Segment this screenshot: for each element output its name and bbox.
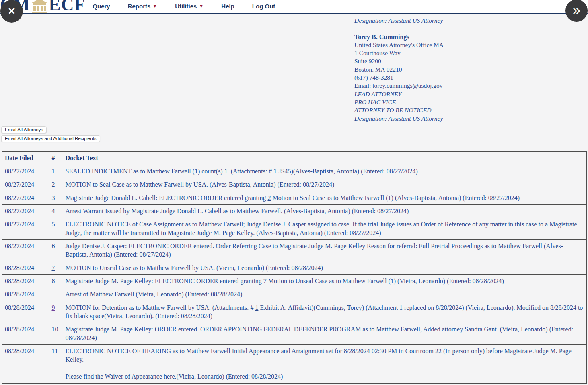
- attorney-line: (617) 748-3281: [354, 74, 444, 82]
- docket-row: 08/27/20241SEALED INDICTMENT as to Matth…: [2, 165, 586, 178]
- docket-text-link[interactable]: 2: [268, 194, 271, 201]
- doc-number-cell: 7: [49, 261, 63, 275]
- menu-item-label: Help: [221, 3, 234, 10]
- menu-item-log-out[interactable]: Log Out: [252, 3, 275, 10]
- attorney-line: Email: torey.cummings@usdoj.gov: [354, 82, 444, 90]
- column-header-date-filed: Date Filed: [2, 151, 49, 165]
- date-filed-cell: 08/27/2024: [2, 165, 49, 178]
- attorney-line: Suite 9200: [354, 57, 444, 65]
- close-overlay-button[interactable]: ✕: [0, 0, 23, 23]
- docket-text-cell: ELECTRONIC NOTICE OF HEARING as to Matth…: [63, 345, 586, 384]
- docket-text-link[interactable]: 1: [273, 168, 277, 175]
- doc-number-cell: 9: [49, 301, 63, 323]
- doc-number-cell: 1: [49, 165, 63, 178]
- email-all-attorneys-button[interactable]: Email All Attorneys: [1, 126, 47, 133]
- attorney-line: LEAD ATTORNEY: [354, 90, 444, 98]
- docket-row: 08/28/202411ELECTRONIC NOTICE OF HEARING…: [2, 345, 586, 384]
- dropdown-caret-icon: ▼: [199, 4, 204, 8]
- docket-text-cell: Judge Denise J. Casper: ELECTRONIC ORDER…: [63, 240, 586, 261]
- docket-row: 08/28/2024Arrest of Matthew Farwell (Vie…: [2, 288, 586, 301]
- doc-number-link[interactable]: 7: [52, 264, 55, 271]
- menu-item-label: Utilities: [175, 3, 197, 10]
- date-filed-cell: 08/27/2024: [2, 178, 49, 191]
- doc-number-cell: 10: [49, 323, 63, 345]
- docket-row: 08/28/202410Magistrate Judge M. Page Kel…: [2, 323, 586, 345]
- column-header-docket-text: Docket Text: [63, 151, 586, 165]
- docket-text-cell: MOTION to Unseal Case as to Matthew Farw…: [63, 261, 586, 275]
- docket-text-cell: Arrest of Matthew Farwell (Vieira, Leona…: [63, 288, 586, 301]
- doc-number-cell: 5: [49, 218, 63, 240]
- menu-item-utilities[interactable]: Utilities▼: [175, 3, 204, 10]
- menu-item-help[interactable]: Help: [221, 3, 234, 10]
- docket-text-link[interactable]: here: [164, 373, 175, 380]
- email-all-additional-recipients-button[interactable]: Email All Attorneys and Additional Recip…: [1, 135, 100, 142]
- docket-text-cell: SEALED INDICTMENT as to Matthew Farwell …: [63, 165, 586, 178]
- docket-text-cell: Arrest Warrant Issued by Magistrate Judg…: [63, 205, 586, 218]
- attorney-spacer: [354, 25, 444, 33]
- docket-text-cell: Magistrate Judge M. Page Kelley: ORDER e…: [63, 323, 586, 345]
- attorney-line: ATTORNEY TO BE NOTICED: [354, 106, 444, 114]
- courthouse-icon: [31, 0, 48, 14]
- doc-number-link[interactable]: 2: [52, 181, 55, 188]
- docket-text-cell: ELECTRONIC NOTICE of Case Assignment as …: [63, 218, 586, 240]
- doc-number-cell: 11: [49, 345, 63, 384]
- date-filed-cell: 08/28/2024: [2, 261, 49, 275]
- attorney-line: Boston, MA 02210: [354, 66, 444, 74]
- top-nav: CM ECF QueryReports▼Utilities▼HelpLog Ou…: [0, 0, 588, 14]
- email-buttons-group: Email All Attorneys Email All Attorneys …: [1, 126, 100, 142]
- attorney-line: PRO HAC VICE: [354, 98, 444, 106]
- attorney-line: 1 Courthouse Way: [354, 49, 444, 57]
- logo-ecf-text: ECF: [49, 0, 85, 14]
- doc-number-cell: 3: [49, 191, 63, 205]
- main-menu: QueryReports▼Utilities▼HelpLog Out: [93, 0, 275, 14]
- date-filed-cell: 08/27/2024: [2, 205, 49, 218]
- menu-item-label: Log Out: [252, 3, 275, 10]
- attorney-line: Torey B. Cummings: [354, 33, 444, 41]
- doc-number-link[interactable]: 4: [52, 208, 55, 214]
- menu-item-label: Query: [93, 3, 110, 10]
- docket-row: 08/27/20246Judge Denise J. Casper: ELECT…: [2, 240, 586, 261]
- dropdown-caret-icon: ▼: [152, 4, 157, 8]
- date-filed-cell: 08/28/2024: [2, 288, 49, 301]
- date-filed-cell: 08/27/2024: [2, 218, 49, 240]
- docket-row: 08/28/20249MOTION for Detention as to Ma…: [2, 301, 586, 323]
- doc-number-link[interactable]: 9: [52, 304, 55, 311]
- date-filed-cell: 08/28/2024: [2, 323, 49, 345]
- doc-number-cell: 8: [49, 275, 63, 288]
- docket-text-cell: MOTION for Detention as to Matthew Farwe…: [63, 301, 586, 323]
- date-filed-cell: 08/27/2024: [2, 191, 49, 205]
- docket-text-cell: Magistrate Judge Donald L. Cabell: ELECT…: [63, 191, 586, 205]
- doc-number-cell: [49, 288, 63, 301]
- attorney-line: Designation: Assistant US Attorney: [354, 115, 444, 123]
- docket-header-row: Date Filed#Docket Text: [2, 151, 586, 165]
- docket-text-link[interactable]: 7: [263, 278, 267, 284]
- docket-text-cell: Magistrate Judge M. Page Kelley: ELECTRO…: [63, 275, 586, 288]
- docket-row: 08/28/20247MOTION to Unseal Case as to M…: [2, 261, 586, 275]
- attorney-line: Designation: Assistant US Attorney: [354, 16, 444, 25]
- attorney-info-block: Designation: Assistant US Attorney Torey…: [354, 16, 444, 123]
- doc-number-cell: 4: [49, 205, 63, 218]
- menu-item-query[interactable]: Query: [93, 3, 110, 10]
- column-header-number: #: [49, 151, 63, 165]
- docket-row: 08/27/20245ELECTRONIC NOTICE of Case Ass…: [2, 218, 586, 240]
- docket-table: Date Filed#Docket Text 08/27/20241SEALED…: [2, 151, 587, 384]
- next-overlay-button[interactable]: »: [565, 0, 588, 22]
- docket-text-link[interactable]: 1: [255, 304, 258, 311]
- date-filed-cell: 08/28/2024: [2, 301, 49, 323]
- date-filed-cell: 08/27/2024: [2, 240, 49, 261]
- doc-number-cell: 2: [49, 178, 63, 191]
- date-filed-cell: 08/28/2024: [2, 275, 49, 288]
- docket-row: 08/27/20242MOTION to Seal Case as to Mat…: [2, 178, 586, 191]
- docket-row: 08/27/20244Arrest Warrant Issued by Magi…: [2, 205, 586, 218]
- menu-item-reports[interactable]: Reports▼: [128, 3, 158, 10]
- docket-row: 08/27/20243Magistrate Judge Donald L. Ca…: [2, 191, 586, 205]
- menu-item-label: Reports: [128, 3, 151, 10]
- docket-row: 08/28/20248Magistrate Judge M. Page Kell…: [2, 275, 586, 288]
- doc-number-link[interactable]: 1: [52, 168, 55, 175]
- attorney-line: United States Attorney's Office MA: [354, 41, 444, 49]
- doc-number-cell: 6: [49, 240, 63, 261]
- docket-text-cell: MOTION to Seal Case as to Matthew Farwel…: [63, 178, 586, 191]
- date-filed-cell: 08/28/2024: [2, 345, 49, 384]
